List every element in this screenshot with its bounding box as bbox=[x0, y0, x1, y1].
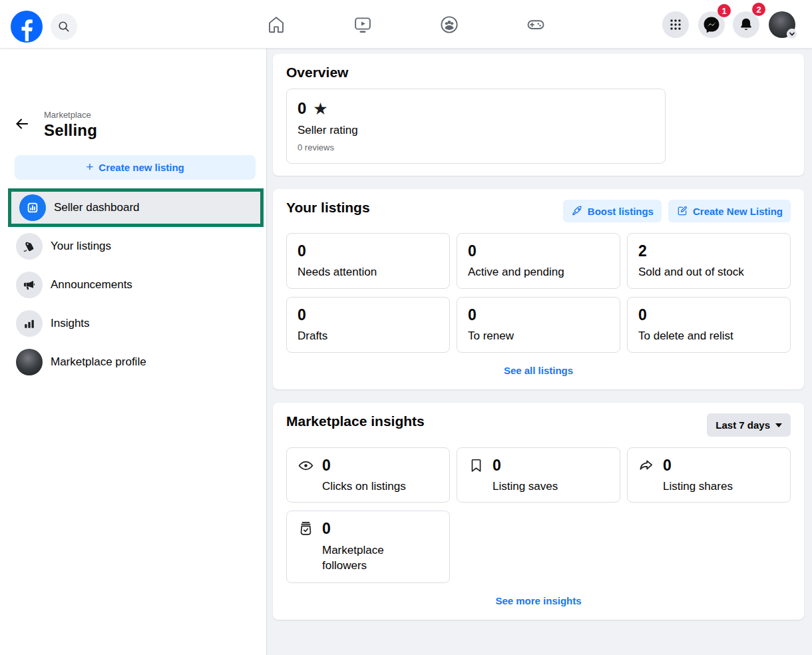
stat-label: Sold and out of stock bbox=[638, 266, 779, 279]
insight-label: Listing saves bbox=[493, 480, 609, 493]
boost-listings-button[interactable]: Boost listings bbox=[563, 200, 662, 222]
gaming-tab[interactable] bbox=[525, 14, 546, 35]
seller-dashboard-icon bbox=[19, 194, 46, 221]
sidebar-item-label: Marketplace profile bbox=[51, 355, 146, 369]
stat-value: 2 bbox=[638, 242, 779, 260]
insight-value: 0 bbox=[663, 457, 672, 475]
seller-rating-card[interactable]: 0 ★ Seller rating 0 reviews bbox=[286, 89, 666, 164]
back-button[interactable] bbox=[13, 115, 31, 132]
sidebar-item-marketplace-profile[interactable]: Marketplace profile bbox=[0, 343, 266, 381]
create-new-listing-main-label: Create New Listing bbox=[693, 206, 783, 217]
insight-clicks-on-listings[interactable]: 0 Clicks on listings bbox=[286, 447, 450, 503]
your-listings-card: Your listings Boost listings bbox=[273, 189, 804, 389]
rocket-icon bbox=[571, 205, 583, 217]
profile-photo-icon bbox=[16, 349, 43, 375]
chevron-down-icon bbox=[775, 423, 782, 427]
bell-icon bbox=[738, 17, 754, 33]
insight-value: 0 bbox=[322, 457, 331, 475]
search-icon bbox=[57, 20, 71, 33]
messenger-icon bbox=[702, 15, 721, 34]
sidebar-item-label: Announcements bbox=[51, 278, 132, 292]
megaphone-icon bbox=[16, 272, 43, 298]
sidebar: Marketplace Selling + Create new listing… bbox=[0, 49, 267, 655]
compose-icon bbox=[676, 205, 688, 217]
insight-label: Listing shares bbox=[663, 480, 779, 493]
overview-title: Overview bbox=[286, 65, 791, 81]
marketplace-insights-title: Marketplace insights bbox=[286, 413, 425, 429]
stat-needs-attention[interactable]: 0 Needs attention bbox=[286, 233, 450, 289]
insight-listing-shares[interactable]: 0 Listing shares bbox=[627, 447, 791, 503]
create-new-listing-label: Create new listing bbox=[99, 162, 184, 173]
seller-rating-label: Seller rating bbox=[298, 124, 654, 137]
sidebar-item-your-listings[interactable]: Your listings bbox=[0, 227, 266, 266]
insight-listing-saves[interactable]: 0 Listing saves bbox=[457, 447, 620, 503]
insight-marketplace-followers[interactable]: 0 Marketplace followers bbox=[286, 511, 450, 583]
groups-tab[interactable] bbox=[439, 14, 460, 35]
home-tab[interactable] bbox=[266, 14, 287, 35]
see-more-insights-link[interactable]: See more insights bbox=[286, 595, 791, 606]
stat-sold-and-out-of-stock[interactable]: 2 Sold and out of stock bbox=[627, 233, 791, 289]
overview-card: Overview 0 ★ Seller rating 0 reviews bbox=[273, 54, 804, 176]
stat-drafts[interactable]: 0 Drafts bbox=[286, 297, 450, 353]
sidebar-item-label: Seller dashboard bbox=[54, 201, 140, 214]
stat-active-and-pending[interactable]: 0 Active and pending bbox=[457, 233, 620, 289]
followers-icon bbox=[298, 521, 314, 537]
messenger-badge: 1 bbox=[717, 4, 731, 17]
apps-grid-icon bbox=[668, 17, 683, 32]
marketplace-insights-card: Marketplace insights Last 7 days 0 Cl bbox=[273, 403, 804, 620]
chevron-down-icon bbox=[787, 29, 797, 39]
see-all-listings-link[interactable]: See all listings bbox=[286, 365, 791, 376]
sidebar-item-insights[interactable]: Insights bbox=[0, 304, 266, 343]
page-title: Selling bbox=[44, 121, 97, 140]
stat-label: Needs attention bbox=[298, 266, 439, 279]
insight-value: 0 bbox=[322, 520, 331, 538]
groups-icon bbox=[439, 15, 459, 35]
profile-avatar[interactable] bbox=[769, 11, 795, 38]
create-new-listing-button-main[interactable]: Create New Listing bbox=[668, 200, 791, 222]
sidebar-item-seller-dashboard[interactable]: Seller dashboard bbox=[11, 192, 260, 224]
apps-menu-button[interactable] bbox=[662, 11, 689, 38]
bookmark-icon bbox=[468, 457, 485, 474]
stat-label: Drafts bbox=[298, 329, 439, 343]
seller-rating-value: 0 bbox=[298, 99, 306, 118]
watch-tab[interactable] bbox=[352, 14, 373, 35]
home-icon bbox=[266, 15, 286, 35]
seller-dashboard-highlight-annotation: Seller dashboard bbox=[8, 188, 264, 227]
stat-value: 0 bbox=[298, 306, 439, 324]
stat-to-delete-and-relist[interactable]: 0 To delete and relist bbox=[627, 297, 791, 353]
sidebar-item-label: Insights bbox=[51, 317, 90, 330]
eye-icon bbox=[298, 457, 314, 474]
stat-label: Active and pending bbox=[468, 266, 609, 279]
arrow-left-icon bbox=[14, 116, 30, 132]
plus-icon: + bbox=[86, 160, 93, 174]
date-range-label: Last 7 days bbox=[715, 419, 770, 431]
date-range-dropdown[interactable]: Last 7 days bbox=[707, 413, 791, 437]
tag-icon bbox=[16, 233, 43, 260]
sidebar-item-label: Your listings bbox=[51, 240, 111, 253]
stat-value: 0 bbox=[638, 306, 779, 324]
stat-label: To delete and relist bbox=[638, 329, 779, 343]
insight-label: Marketplace followers bbox=[322, 543, 397, 574]
insight-label: Clicks on listings bbox=[322, 480, 439, 493]
main-content: Overview 0 ★ Seller rating 0 reviews You… bbox=[267, 49, 812, 655]
sidebar-menu: Your listings Announcements bbox=[0, 227, 266, 381]
create-new-listing-button[interactable]: + Create new listing bbox=[15, 155, 256, 180]
stat-value: 0 bbox=[298, 242, 439, 260]
sidebar-item-announcements[interactable]: Announcements bbox=[0, 266, 266, 304]
facebook-logo-icon bbox=[11, 11, 43, 43]
reviews-count: 0 reviews bbox=[298, 142, 654, 152]
breadcrumb: Marketplace bbox=[44, 110, 91, 120]
boost-listings-label: Boost listings bbox=[588, 206, 654, 217]
stat-value: 0 bbox=[468, 306, 609, 324]
your-listings-title: Your listings bbox=[286, 200, 370, 216]
top-navigation-bar: 1 2 bbox=[0, 0, 812, 49]
share-icon bbox=[638, 457, 655, 474]
search-button[interactable] bbox=[51, 13, 77, 40]
notifications-badge: 2 bbox=[752, 3, 765, 16]
facebook-logo[interactable] bbox=[11, 11, 43, 43]
watch-icon bbox=[353, 15, 373, 35]
stat-to-renew[interactable]: 0 To renew bbox=[457, 297, 620, 353]
star-icon: ★ bbox=[313, 101, 327, 117]
insight-value: 0 bbox=[493, 457, 501, 475]
bar-chart-icon bbox=[16, 310, 43, 337]
